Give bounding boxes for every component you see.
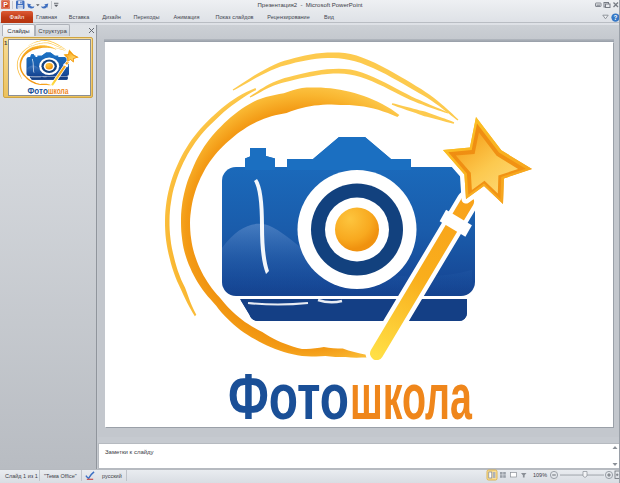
svg-text:Фотошкола: Фотошкола <box>228 361 472 427</box>
svg-text:P: P <box>3 1 8 8</box>
svg-text:?: ? <box>614 14 618 21</box>
svg-text:109%: 109% <box>533 472 547 478</box>
